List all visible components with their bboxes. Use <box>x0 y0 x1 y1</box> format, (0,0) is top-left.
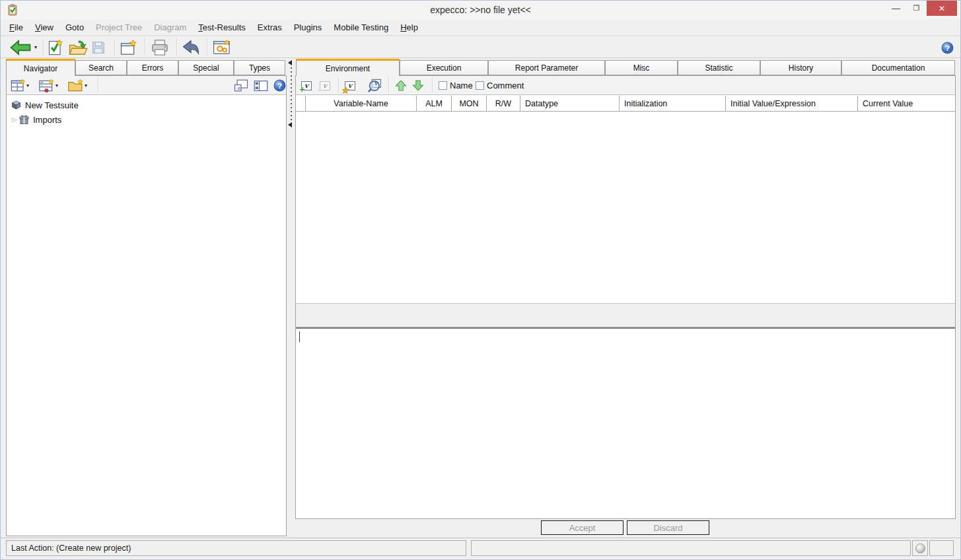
dropdown-chevron-icon[interactable]: ▾ <box>55 83 58 88</box>
activity-led-icon <box>915 543 925 553</box>
dropdown-chevron-icon[interactable]: ▾ <box>85 83 87 88</box>
close-button[interactable]: ✕ <box>927 1 957 16</box>
tab-environment[interactable]: Environment <box>296 59 400 76</box>
comment-checkbox[interactable] <box>476 81 484 90</box>
back-button[interactable] <box>9 38 32 57</box>
back-dropdown[interactable]: ▾ <box>34 38 37 57</box>
expand-arrow-icon[interactable]: ▷ <box>11 116 18 123</box>
tab-statistic[interactable]: Statistic <box>678 60 760 75</box>
comment-checkbox-label: Comment <box>487 81 524 90</box>
discard-button[interactable]: Discard <box>627 520 709 535</box>
toolbar-separator <box>176 38 178 56</box>
status-extra-cell <box>929 540 954 556</box>
tree-item-new-testsuite[interactable]: New Testsuite <box>11 98 79 112</box>
tab-errors[interactable]: Errors <box>127 60 178 75</box>
back-arrow-icon <box>9 39 32 56</box>
column-header-initial-value[interactable]: Initial Value/Expression <box>726 96 858 111</box>
open-file-button[interactable] <box>68 38 88 57</box>
split-view-button[interactable] <box>254 78 268 93</box>
menu-mobile-testing[interactable]: Mobile Testing <box>328 20 394 34</box>
environment-panel: v+ v− v★ v <box>295 75 956 519</box>
column-header-current-value[interactable]: Current Value <box>858 96 955 111</box>
menu-plugins[interactable]: Plugins <box>288 20 328 34</box>
tab-misc[interactable]: Misc <box>605 60 678 75</box>
variables-table-body[interactable] <box>296 112 955 303</box>
variables-table-header: Variable-Name ALM MON R/W Datatype Initi… <box>296 96 955 112</box>
column-header-mon[interactable]: MON <box>452 96 487 111</box>
toolbar-help-button[interactable]: ? <box>941 38 954 57</box>
tab-navigator[interactable]: Navigator <box>6 59 75 76</box>
tab-types[interactable]: Types <box>234 60 285 75</box>
detach-window-icon: e <box>234 79 248 92</box>
tab-documentation[interactable]: Documentation <box>841 60 955 75</box>
new-project-button[interactable] <box>47 38 64 57</box>
tab-history[interactable]: History <box>760 60 841 75</box>
text-caret <box>299 332 300 342</box>
column-header-alm[interactable]: ALM <box>417 96 452 111</box>
comment-editor[interactable] <box>296 329 955 518</box>
tab-report-parameter[interactable]: Report Parameter <box>488 60 605 75</box>
comment-checkbox-group: Comment <box>476 78 524 93</box>
variable-glyph: v <box>304 82 308 89</box>
tab-label: History <box>789 63 813 73</box>
navigator-help-button[interactable]: ? <box>273 78 286 93</box>
tab-label: Environment <box>326 64 370 73</box>
tab-search[interactable]: Search <box>75 60 127 75</box>
column-header-initialization[interactable]: Initialization <box>620 96 726 111</box>
menu-file[interactable]: File <box>3 20 29 34</box>
accept-label: Accept <box>569 523 596 533</box>
panel-splitter[interactable] <box>287 59 295 536</box>
menu-extras[interactable]: Extras <box>252 20 288 34</box>
undo-icon <box>182 40 200 55</box>
find-variable-button[interactable]: v <box>367 78 383 93</box>
tab-label: Special <box>193 63 219 73</box>
add-special-variable-button[interactable]: v★ <box>345 78 355 93</box>
new-folder-button[interactable]: ▾ <box>67 78 87 93</box>
maximize-button[interactable]: ❐ <box>907 1 926 16</box>
tab-special[interactable]: Special <box>178 60 234 75</box>
minimize-button[interactable]: — <box>886 1 906 16</box>
dropdown-chevron-icon[interactable]: ▾ <box>26 83 29 88</box>
discard-label: Discard <box>653 523 682 533</box>
detach-window-button[interactable]: e <box>234 78 248 93</box>
toolbar-separator <box>145 38 146 56</box>
move-down-button[interactable] <box>412 78 424 93</box>
main-toolbar: ▾ <box>1 36 960 58</box>
settings-browser-button[interactable] <box>212 38 232 57</box>
menu-view[interactable]: View <box>29 20 59 34</box>
menu-goto[interactable]: Goto <box>59 20 90 34</box>
toolbar-separator <box>43 38 44 56</box>
new-list-item-button[interactable]: ▾ <box>38 78 58 93</box>
column-header-variable-name[interactable]: Variable-Name <box>306 96 417 111</box>
column-header-selector[interactable] <box>296 96 306 111</box>
undo-button[interactable] <box>182 38 200 57</box>
name-checkbox[interactable] <box>439 81 447 90</box>
new-window-button[interactable] <box>120 38 138 57</box>
move-up-button[interactable] <box>395 78 407 93</box>
tab-label: Errors <box>142 63 164 73</box>
open-folder-icon <box>68 39 88 56</box>
save-icon <box>90 40 106 55</box>
find-variable-icon: v <box>367 79 383 93</box>
tab-execution[interactable]: Execution <box>400 60 488 75</box>
action-button-bar: Accept Discard <box>295 520 956 538</box>
column-header-rw[interactable]: R/W <box>487 96 520 111</box>
new-window-icon <box>120 39 138 56</box>
menu-help[interactable]: Help <box>394 20 424 34</box>
collapse-left-icon[interactable] <box>288 60 292 65</box>
column-header-datatype[interactable]: Datatype <box>520 96 620 111</box>
tree-item-imports[interactable]: ▷ Imports <box>11 113 61 126</box>
split-view-icon <box>254 80 268 92</box>
save-button <box>90 38 106 57</box>
printer-icon <box>150 39 170 56</box>
print-button[interactable] <box>150 38 170 57</box>
svg-text:?: ? <box>277 81 282 90</box>
help-icon: ? <box>941 42 954 54</box>
tab-label: Report Parameter <box>515 63 578 73</box>
accept-button[interactable]: Accept <box>541 520 623 535</box>
collapse-left-icon[interactable] <box>288 122 292 127</box>
new-item-button[interactable]: ▾ <box>11 78 29 93</box>
menu-test-results[interactable]: Test-Results <box>192 20 252 34</box>
add-variable-button[interactable]: v+ <box>301 78 312 93</box>
splitter-handle[interactable] <box>291 67 292 120</box>
